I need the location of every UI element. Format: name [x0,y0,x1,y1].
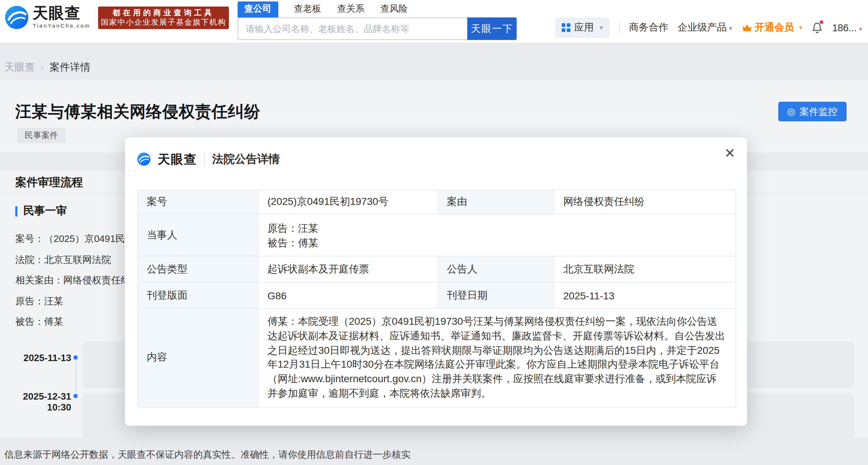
timeline-date: 2025-12-31 10:30 [0,391,71,413]
monitor-icon: ◎ [787,107,795,116]
top-header: 天眼查 TianYanCha.com 都在用的商业查询工具 国家中小企业发展子基… [0,0,868,44]
chevron-down-icon: ▾ [729,25,732,32]
publication-page-value: G86 [258,282,438,308]
party-plaintiff: 原告：汪某 [267,221,727,235]
modal-header: 天眼查 法院公告详情 [137,147,280,171]
cause-value: 网络侵权责任纠纷 [554,190,736,214]
page-title: 汪某与傅某相关网络侵权责任纠纷 [15,101,261,123]
flow-stage: 民事一审 [15,204,67,218]
stage-accent-bar [15,206,17,216]
search-input[interactable] [238,17,467,40]
modal-title: 法院公告详情 [212,151,280,167]
breadcrumb-current: 案件详情 [50,61,90,74]
nav-enterprise-products[interactable]: 企业级产品▾ [678,21,732,34]
vip-upgrade-button[interactable]: 开通会员 ▾ [742,21,802,34]
enterprise-label: 企业级产品 [678,22,727,33]
grid-icon [562,23,570,32]
footer-disclaimer: 信息来源于网络公开数据，天眼查不保证内容的真实性、准确性，请你使用信息前自行进一… [4,448,411,461]
court-announcement-modal: 天眼查 法院公告详情 ✕ 案号 (2025)京0491民初19730号 案由 网… [125,137,747,426]
announcer-value: 北京互联网法院 [554,256,736,282]
tianyancha-logo-icon [5,5,28,29]
chevron-down-icon: ▾ [799,24,802,31]
tab-risk[interactable]: 查风险 [380,3,408,15]
party-defendant: 被告：傅某 [267,235,727,250]
modal-title-divider [204,153,205,165]
promo-line1: 都在用的商业查询工具 [98,8,229,17]
party-label: 当事人 [138,214,258,256]
table-row: 当事人 原告：汪某 被告：傅某 [138,214,736,256]
apps-menu-button[interactable]: 应用 ▾ [555,17,609,38]
content-label: 内容 [138,308,258,407]
timeline-connector [75,361,76,392]
content-value: 傅某：本院受理（2025）京0491民初19730号汪某与傅某网络侵权责任纠纷一… [258,308,736,407]
search-area: 查公司 查老板 查关系 查风险 天眼一下 [238,1,517,40]
case-no-value: (2025)京0491民初19730号 [258,190,438,214]
announcement-table: 案号 (2025)京0491民初19730号 案由 网络侵权责任纠纷 当事人 原… [137,190,736,408]
crown-icon [742,24,752,32]
timeline-dot [73,394,78,398]
modal-brand: 天眼查 [158,151,197,167]
search-tabs: 查公司 查老板 查关系 查风险 [238,1,517,17]
phone-label: 186... [832,22,857,33]
promo-line2: 国家中小企业发展子基金旗下机构 [98,17,229,27]
nav-divider [619,22,619,33]
chevron-down-icon: ▾ [859,25,862,32]
chevron-down-icon: ▾ [599,24,603,31]
top-nav: 应用 ▾ 商务合作 企业级产品▾ 开通会员 ▾ 186...▾ [555,17,862,38]
table-row: 公告类型 起诉状副本及开庭传票 公告人 北京互联网法院 [138,256,736,282]
notifications-button[interactable] [812,22,823,33]
brand-name: 天眼查 [33,5,90,21]
publication-date-value: 2025-11-13 [554,282,736,308]
stage-label: 民事一审 [23,204,67,218]
publication-date-label: 刊登日期 [438,282,554,308]
apps-label: 应用 [574,21,594,34]
nav-business-cooperation[interactable]: 商务合作 [629,21,668,34]
logo-text: 天眼查 TianYanCha.com [33,5,90,29]
vip-label: 开通会员 [755,21,794,34]
account-phone-menu[interactable]: 186...▾ [832,22,862,33]
tab-company[interactable]: 查公司 [238,1,278,17]
tab-boss[interactable]: 查老板 [294,3,321,15]
announcer-label: 公告人 [438,256,554,282]
announcement-type-value: 起诉状副本及开庭传票 [258,256,438,282]
breadcrumb-home[interactable]: 天眼查 [4,61,35,74]
search-button[interactable]: 天眼一下 [467,17,517,40]
tianyancha-logo-icon [137,153,150,166]
breadcrumb-separator-icon: › [41,62,44,73]
case-type-badge: 民事案件 [17,128,65,143]
timeline-dot [73,355,78,360]
timeline-date: 2025-11-13 [0,352,71,363]
notification-badge [820,20,823,24]
cause-label: 案由 [438,190,554,214]
case-no-label: 案号 [138,190,258,214]
tab-relation[interactable]: 查关系 [337,3,364,15]
page: 天眼查 TianYanCha.com 都在用的商业查询工具 国家中小企业发展子基… [0,0,868,465]
party-value: 原告：汪某 被告：傅某 [258,214,736,256]
logo[interactable]: 天眼查 TianYanCha.com [5,5,90,29]
brand-domain: TianYanCha.com [33,23,90,29]
announcement-type-label: 公告类型 [138,256,258,282]
table-row: 刊登版面 G86 刊登日期 2025-11-13 [138,282,736,308]
table-row: 内容 傅某：本院受理（2025）京0491民初19730号汪某与傅某网络侵权责任… [138,308,736,407]
close-icon[interactable]: ✕ [724,146,735,161]
case-monitor-button[interactable]: ◎ 案件监控 [778,102,846,121]
publication-page-label: 刊登版面 [138,282,258,308]
promo-banner[interactable]: 都在用的商业查询工具 国家中小企业发展子基金旗下机构 [98,7,229,29]
table-row: 案号 (2025)京0491民初19730号 案由 网络侵权责任纠纷 [138,190,736,214]
breadcrumb: 天眼查 › 案件详情 [4,61,90,74]
monitor-label: 案件监控 [800,105,837,118]
